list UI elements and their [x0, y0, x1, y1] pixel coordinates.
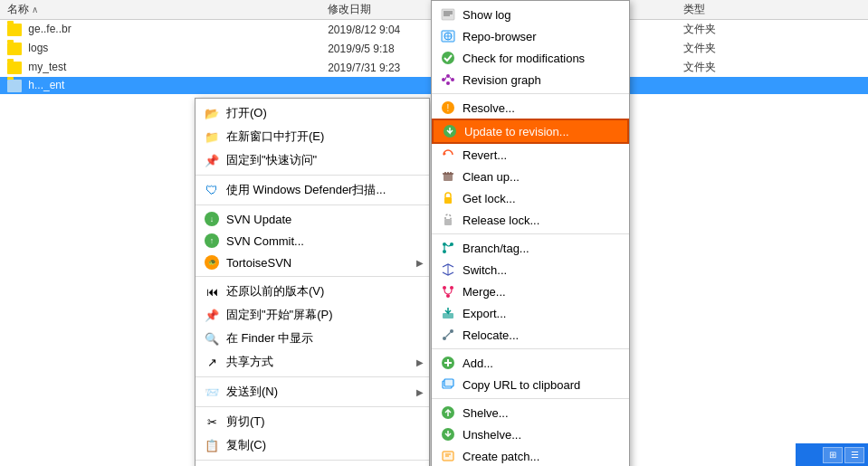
file-type: 文件夹 [676, 58, 868, 77]
file-type: 文件夹 [676, 20, 868, 40]
menu-separator [432, 398, 629, 399]
svg-line-13 [445, 77, 446, 80]
menu-item-copy-url[interactable]: Copy URL to clipboard [432, 374, 629, 395]
svn-update-circle: ↓ [205, 212, 219, 226]
menu-item-revision-graph[interactable]: Revision graph [432, 69, 629, 90]
svg-point-33 [450, 286, 453, 290]
taskbar-btn-menu[interactable]: ☰ [844, 447, 864, 463]
folder-icon [7, 62, 22, 74]
svg-point-8 [442, 52, 454, 64]
menu-item-export[interactable]: Export... [432, 302, 629, 324]
switch-icon [439, 262, 457, 277]
submenu-arrow: ▶ [416, 387, 424, 397]
file-type [676, 77, 868, 94]
release-lock-icon [439, 213, 457, 227]
copy-url-icon [439, 377, 457, 392]
svn-update-icon: ↓ [203, 212, 221, 226]
svg-rect-25 [444, 197, 452, 204]
menu-item-unshelve[interactable]: Unshelve... [432, 423, 629, 445]
menu-item-get-lock[interactable]: Get lock... [432, 187, 629, 209]
col-type[interactable]: 类型 [676, 0, 868, 20]
menu-item-check-modifications[interactable]: Check for modifications [432, 47, 629, 69]
menu-item-merge[interactable]: Merge... [432, 281, 629, 302]
menu-item-resolve[interactable]: ! Resolve... [432, 97, 629, 119]
menu-item-update-to-revision[interactable]: Update to revision... [432, 119, 629, 144]
cleanup-icon [439, 169, 457, 184]
menu-separator [196, 376, 429, 377]
file-name: my_test [28, 61, 66, 73]
svg-marker-19 [444, 152, 446, 156]
menu-separator [432, 348, 629, 349]
check-modifications-icon [439, 51, 457, 65]
revert-icon [439, 147, 457, 162]
menu-item-open-new-window[interactable]: 📁 在新窗口中打开(E) [196, 125, 429, 148]
svg-line-39 [446, 333, 451, 338]
file-name: logs [28, 42, 48, 54]
menu-separator [432, 233, 629, 234]
file-name-cell: logs [0, 39, 320, 58]
svg-point-29 [443, 250, 446, 253]
menu-item-branch-tag[interactable]: Branch/tag... [432, 237, 629, 259]
merge-icon [439, 284, 457, 299]
taskbar-btn-windows[interactable]: ⊞ [823, 447, 843, 463]
menu-item-share[interactable]: ↗ 共享方式 ▶ [196, 350, 429, 374]
menu-separator [196, 175, 429, 176]
branch-icon [439, 241, 457, 255]
menu-item-restore-previous[interactable]: ⏮ 还原以前的版本(V) [196, 280, 429, 303]
tortoise-icon: 🐢 [203, 255, 221, 270]
finder-icon: 🔍 [203, 331, 221, 346]
context-menu-left: 📂 打开(O) 📁 在新窗口中打开(E) 📌 固定到"快速访问" 🛡 使用 Wi… [195, 98, 430, 466]
resolve-icon: ! [439, 100, 457, 115]
menu-item-pin-start[interactable]: 📌 固定到"开始"屏幕(P) [196, 303, 429, 327]
menu-item-repo-browser[interactable]: Repo-browser [432, 25, 629, 47]
sort-arrow: ∧ [32, 5, 38, 14]
menu-item-svn-update[interactable]: ↓ SVN Update [196, 208, 429, 230]
svg-point-34 [446, 294, 450, 298]
menu-item-clean-up[interactable]: Clean up... [432, 166, 629, 187]
menu-item-defender[interactable]: 🛡 使用 Windows Defender扫描... [196, 178, 429, 202]
menu-item-revert[interactable]: Revert... [432, 144, 629, 166]
log-icon [439, 7, 457, 22]
menu-separator [196, 276, 429, 277]
menu-item-tortoise-svn[interactable]: 🐢 TortoiseSVN ▶ [196, 252, 429, 273]
folder-icon [7, 24, 22, 36]
menu-item-switch[interactable]: Switch... [432, 259, 629, 281]
menu-separator [196, 204, 429, 205]
add-icon [439, 356, 457, 370]
folder-icon [7, 43, 22, 55]
file-name: ge..fe..br [28, 23, 71, 35]
svn-commit-circle: ↑ [205, 233, 219, 248]
menu-item-release-lock[interactable]: Release lock... [432, 209, 629, 231]
menu-item-show-finder[interactable]: 🔍 在 Finder 中显示 [196, 327, 429, 350]
shelve-icon [439, 405, 457, 420]
open-icon: 📂 [203, 106, 221, 120]
menu-item-pin-quick[interactable]: 📌 固定到"快速访问" [196, 148, 429, 172]
svg-point-11 [451, 78, 454, 81]
relocate-icon [439, 328, 457, 342]
menu-item-send-to[interactable]: 📨 发送到(N) ▶ [196, 380, 429, 404]
menu-separator [432, 93, 629, 94]
svg-point-32 [443, 286, 446, 290]
menu-item-open[interactable]: 📂 打开(O) [196, 101, 429, 125]
menu-item-relocate[interactable]: Relocate... [432, 324, 629, 346]
col-name[interactable]: 名称 ∧ [0, 0, 320, 20]
share-icon: ↗ [203, 355, 221, 369]
restore-icon: ⏮ [203, 284, 221, 299]
menu-item-create-patch[interactable]: Create patch... [432, 445, 629, 466]
menu-item-svn-commit[interactable]: ↑ SVN Commit... [196, 230, 429, 252]
file-name-cell: h..._ent [0, 77, 320, 94]
svg-rect-20 [444, 174, 453, 181]
menu-item-show-log[interactable]: Show log [432, 4, 629, 25]
menu-item-add[interactable]: Add... [432, 352, 629, 374]
pin-start-icon: 📌 [203, 308, 221, 322]
svg-text:!: ! [447, 103, 450, 113]
svn-commit-icon: ↑ [203, 233, 221, 248]
menu-item-cut[interactable]: ✂ 剪切(T) [196, 410, 429, 433]
file-type: 文件夹 [676, 39, 868, 58]
file-name-cell: my_test [0, 58, 320, 77]
pin-icon: 📌 [203, 153, 221, 167]
menu-item-shelve[interactable]: Shelve... [432, 402, 629, 423]
send-icon: 📨 [203, 385, 221, 399]
menu-item-copy[interactable]: 📋 复制(C) [196, 433, 429, 457]
revision-graph-icon [439, 72, 457, 87]
